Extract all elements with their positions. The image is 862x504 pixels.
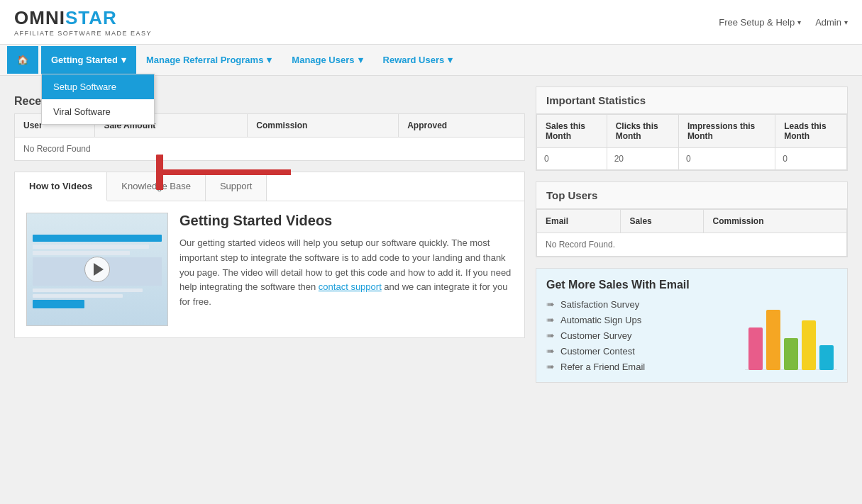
stat-val-leads: 0 (775, 148, 847, 170)
stat-col-impressions: Impressions this Month (678, 115, 775, 148)
top-users-panel: Top Users Email Sales Commission No Reco… (536, 181, 848, 257)
left-column: Recent Commissions User Sale Amount Comm… (14, 86, 525, 383)
tab-content-how-to-videos: Getting Started Videos Our getting start… (15, 201, 524, 337)
getting-started-dropdown: Setup Software Viral Software (41, 74, 155, 125)
reward-users-dropdown-arrow: ▾ (448, 55, 453, 65)
admin-link[interactable]: Admin ▾ (815, 17, 848, 28)
logo: OMNISTAR AFFILIATE SOFTWARE MADE EASY (14, 7, 152, 37)
email-promo-list: ➠Satisfaction Survey ➠Automatic Sign Ups… (546, 298, 645, 372)
bar-2 (784, 338, 798, 370)
list-item: ➠Customer Contest (546, 345, 645, 357)
statistics-table: Sales this Month Clicks this Month Impre… (536, 114, 847, 170)
dropdown-setup-software[interactable]: Setup Software (42, 74, 154, 99)
important-statistics-panel: Important Statistics Sales this Month Cl… (536, 86, 848, 171)
bar-4 (819, 345, 834, 370)
top-users-title: Top Users (536, 182, 847, 209)
tu-col-commission: Commission (704, 210, 847, 233)
stat-col-sales: Sales this Month (537, 115, 607, 148)
nav-home-button[interactable]: 🏠 (7, 46, 38, 74)
list-item: ➠Satisfaction Survey (546, 298, 645, 310)
right-column: Important Statistics Sales this Month Cl… (536, 86, 848, 383)
logo-star: STAR (65, 7, 117, 28)
top-users-table: Email Sales Commission No Record Found. (536, 209, 847, 257)
arrow-bullet-2: ➠ (546, 330, 555, 341)
arrow-bullet-3: ➠ (546, 345, 555, 357)
arrow-annotation (156, 155, 298, 192)
col-commission: Commission (248, 114, 399, 138)
tabs-container: How to Videos Knowledge Base Support (14, 172, 525, 338)
arrow-bullet-4: ➠ (546, 361, 555, 372)
nav-item-getting-started[interactable]: Getting Started ▾ Setup Software Viral S… (41, 46, 136, 74)
statistics-title: Important Statistics (536, 87, 847, 114)
table-row: No Record Found. (537, 233, 847, 257)
statistics-row: 0 20 0 0 (537, 148, 847, 170)
email-chart-svg (745, 299, 837, 370)
admin-dropdown-arrow: ▾ (844, 18, 848, 26)
video-section-title: Getting Started Videos (179, 213, 513, 229)
bar-3 (802, 320, 816, 370)
nav-item-reward-users[interactable]: Reward Users ▾ (373, 46, 463, 74)
list-item: ➠Refer a Friend Email (546, 361, 645, 372)
col-approved: Approved (399, 114, 525, 138)
email-promo-content: ➠Satisfaction Survey ➠Automatic Sign Ups… (546, 298, 837, 372)
bar-0 (748, 327, 763, 370)
getting-started-dropdown-arrow: ▾ (121, 55, 126, 65)
nav-item-manage-users[interactable]: Manage Users ▾ (282, 46, 372, 74)
tu-col-email: Email (537, 210, 621, 233)
nav-item-manage-referral[interactable]: Manage Referral Programs ▾ (136, 46, 282, 74)
dropdown-viral-software[interactable]: Viral Software (42, 99, 154, 124)
tab-how-to-videos[interactable]: How to Videos (15, 172, 107, 201)
video-text: Getting Started Videos Our getting start… (179, 213, 513, 326)
manage-referral-dropdown-arrow: ▾ (267, 55, 272, 65)
bar-chart (745, 299, 837, 372)
stat-col-clicks: Clicks this Month (607, 115, 678, 148)
setup-dropdown-arrow: ▾ (797, 18, 801, 26)
free-setup-link[interactable]: Free Setup & Help ▾ (719, 17, 801, 28)
manage-users-dropdown-arrow: ▾ (358, 55, 363, 65)
main-nav: 🏠 Getting Started ▾ Setup Software Viral… (0, 45, 862, 76)
header: OMNISTAR AFFILIATE SOFTWARE MADE EASY Fr… (0, 0, 862, 45)
logo-omni: OMNI (14, 7, 65, 28)
nav-wrapper: 🏠 Getting Started ▾ Setup Software Viral… (0, 45, 862, 76)
list-item: ➠Customer Survey (546, 330, 645, 341)
email-promo-panel: Get More Sales With Email ➠Satisfaction … (536, 268, 848, 383)
stat-col-leads: Leads this Month (775, 115, 847, 148)
tu-col-sales: Sales (621, 210, 704, 233)
play-button[interactable] (84, 257, 110, 282)
stat-val-clicks: 20 (607, 148, 678, 170)
list-item: ➠Automatic Sign Ups (546, 314, 645, 325)
bar-1 (766, 310, 780, 370)
video-description: Our getting started videos will help you… (179, 236, 513, 310)
stat-val-sales: 0 (537, 148, 607, 170)
header-right: Free Setup & Help ▾ Admin ▾ (719, 17, 848, 28)
stat-val-impressions: 0 (678, 148, 775, 170)
play-icon (94, 263, 104, 276)
arrow-bullet-0: ➠ (546, 298, 555, 310)
email-promo-title: Get More Sales With Email (546, 279, 837, 291)
tu-no-record: No Record Found. (537, 233, 847, 257)
arrow-bullet-1: ➠ (546, 314, 555, 325)
video-thumbnail (26, 213, 168, 326)
logo-subtitle: AFFILIATE SOFTWARE MADE EASY (14, 30, 152, 37)
contact-support-link[interactable]: contact support (319, 281, 382, 292)
